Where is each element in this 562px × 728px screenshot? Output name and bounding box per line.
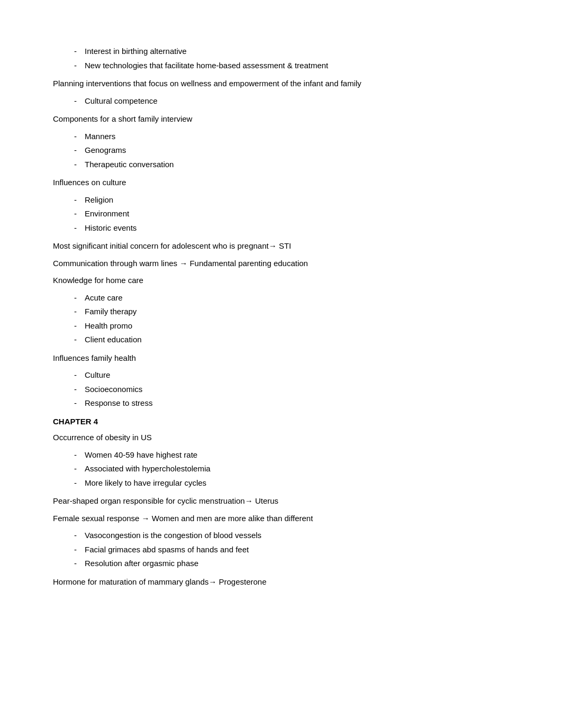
influences-culture-bullets: Religion Environment Historic events <box>74 194 509 234</box>
influences-family-label: Influences family health <box>53 352 509 365</box>
components-bullet-3: Therapeutic conversation <box>74 159 509 171</box>
influences-culture-bullet-1: Religion <box>74 194 509 206</box>
obesity-bullet-2: Associated with hypercholestolemia <box>74 463 509 475</box>
components-bullet-1: Manners <box>74 131 509 143</box>
influences-culture-bullet-3: Historic events <box>74 222 509 234</box>
pear-shaped-result: Uterus <box>255 496 278 505</box>
influences-family-bullet-1: Culture <box>74 369 509 381</box>
communication-line: Communication through warm lines → Funda… <box>53 258 509 270</box>
planning-label: Planning interventions that focus on wel… <box>53 78 509 90</box>
significant-concern-text: Most significant initial concern for ado… <box>53 241 269 250</box>
knowledge-bullet-3: Health promo <box>74 320 509 332</box>
female-sexual-arrow: → <box>142 514 150 523</box>
female-sexual-bullet-2: Facial grimaces abd spasms of hands and … <box>74 544 509 556</box>
influences-family-bullets: Culture Socioeconomics Response to stres… <box>74 369 509 410</box>
obesity-bullets: Women 40-59 have highest rate Associated… <box>74 449 509 489</box>
components-label: Components for a short family interview <box>53 113 509 125</box>
chapter4-heading: CHAPTER 4 <box>53 416 509 428</box>
planning-bullet-1: Cultural competence <box>74 95 509 107</box>
knowledge-bullets: Acute care Family therapy Health promo C… <box>74 292 509 346</box>
obesity-label: Occurrence of obesity in US <box>53 432 509 444</box>
components-bullet-2: Genograms <box>74 144 509 157</box>
intro-bullet-1: Interest in birthing alternative <box>74 46 509 58</box>
hormone-text: Hormone for maturation of mammary glands <box>53 577 209 586</box>
obesity-bullet-3: More likely to have irregular cycles <box>74 477 509 489</box>
knowledge-bullet-1: Acute care <box>74 292 509 304</box>
intro-bullet-2: New technologies that facilitate home-ba… <box>74 60 509 72</box>
influences-culture-label: Influences on culture <box>53 177 509 189</box>
influences-family-bullet-3: Response to stress <box>74 397 509 410</box>
planning-bullets: Cultural competence <box>74 95 509 107</box>
knowledge-bullet-4: Client education <box>74 334 509 346</box>
significant-concern-arrow: → <box>269 241 277 250</box>
pear-shaped-line: Pear-shaped organ responsible for cyclic… <box>53 495 509 507</box>
intro-bullet-list: Interest in birthing alternative New tec… <box>74 46 509 71</box>
female-sexual-line: Female sexual response → Women and men a… <box>53 513 509 525</box>
communication-arrow: → <box>179 259 187 268</box>
communication-text: Communication through warm lines <box>53 259 177 268</box>
pear-shaped-arrow: → <box>245 496 253 505</box>
obesity-bullet-1: Women 40-59 have highest rate <box>74 449 509 461</box>
significant-concern-result: STI <box>279 241 291 250</box>
hormone-line: Hormone for maturation of mammary glands… <box>53 576 509 588</box>
communication-result: Fundamental parenting education <box>189 259 308 268</box>
hormone-arrow: → <box>209 577 216 586</box>
female-sexual-bullets: Vasocongestion is the congestion of bloo… <box>74 530 509 570</box>
components-bullets: Manners Genograms Therapeutic conversati… <box>74 131 509 171</box>
influences-family-bullet-2: Socioeconomics <box>74 384 509 396</box>
hormone-result: Progesterone <box>219 577 266 586</box>
female-sexual-bullet-3: Resolution after orgasmic phase <box>74 558 509 570</box>
pear-shaped-text: Pear-shaped organ responsible for cyclic… <box>53 496 245 505</box>
female-sexual-bullet-1: Vasocongestion is the congestion of bloo… <box>74 530 509 542</box>
female-sexual-text: Female sexual response <box>53 514 139 523</box>
influences-culture-bullet-2: Environment <box>74 208 509 220</box>
female-sexual-result: Women and men are more alike than differ… <box>152 514 313 523</box>
knowledge-label: Knowledge for home care <box>53 275 509 287</box>
significant-concern-line: Most significant initial concern for ado… <box>53 240 509 252</box>
knowledge-bullet-2: Family therapy <box>74 306 509 318</box>
